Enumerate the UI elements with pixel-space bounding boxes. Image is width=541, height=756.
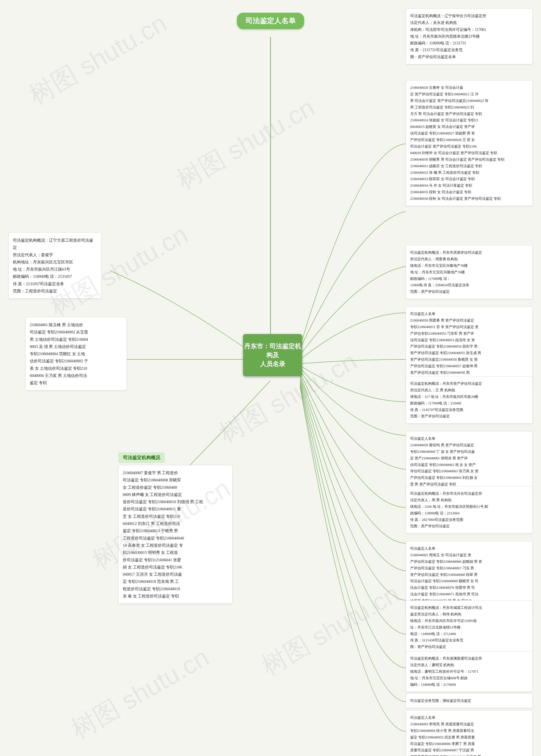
right-box-r9: 司法鉴定机构概况：丹东市城源工程设计司法 鉴定所法定代表人：韩伟 机构热 线电话… bbox=[406, 600, 533, 654]
right-box-r3: 司法鉴定机构概况：丹东市房屋评估司法鉴定 所法定代表人：周爱勇 机构热 线电话：… bbox=[406, 245, 533, 299]
right-box-r1: 司法鉴定机构概况：辽宁保华合力司法鉴定所 法定代表人：吴永进 机构批 准机构：司… bbox=[406, 8, 533, 64]
bottom-sub-node: 司法鉴定机构概况 bbox=[118, 452, 165, 463]
right-box-r5: 司法鉴定机构概况：丹东市资产评估司法鉴定 所法定代表人：王 秀 机构批 准电话：… bbox=[406, 376, 533, 423]
center-node: 丹东市：司法鉴定机构及 人员名录 bbox=[243, 334, 302, 376]
top-node: 司法鉴定人名单 bbox=[237, 13, 304, 29]
bottom-box: 2106040007 姜俊宇 男 工程造价 司法鉴定 专职2106040008 … bbox=[118, 465, 233, 604]
right-box-r6: 司法鉴定人名单 2106040059 黄绍鸿 男 资产评估司法鉴定 专职2106… bbox=[406, 431, 533, 491]
left-box-1: 司法鉴定机构概况：辽宁方原工程造价司法鉴定 所法定代表人：姜俊宇 机构地址：丹东… bbox=[8, 233, 101, 299]
right-box-r7: 司法鉴定机构概况：丹东市法兴合司法鉴定所 法定代表人：周 秀 机构热 线电话：2… bbox=[406, 486, 533, 533]
right-box-r11: 司法鉴定业务范围：测绘鉴定司法鉴定 bbox=[406, 693, 533, 708]
left-box-2: 210604001 陈玉峰 男 土地估价 司法鉴定 专职2106040002 从… bbox=[25, 317, 127, 390]
right-box-r10: 司法鉴定机构概况：丹东源渊惠通司法鉴定所 法定代表人：廉明宝 机构热 线电话：廉… bbox=[406, 651, 533, 692]
right-box-r4: 司法鉴定人名单 2106040050 周爱勇 男 资产评估司法鉴定 专职2106… bbox=[406, 307, 533, 386]
right-box-r12: 司法鉴定人名单 2106040093 李明亮 男 房屋质量司法鉴定 专职2106… bbox=[406, 710, 533, 756]
right-box-r2: 2106040020 古雅奇 女 司法会计鉴 定 资产评估司法鉴定 专职2106… bbox=[406, 80, 533, 206]
